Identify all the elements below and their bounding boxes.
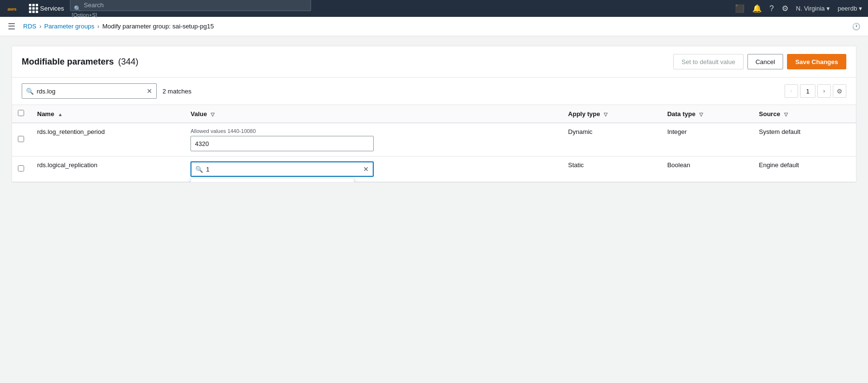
row2-source: Engine default xyxy=(759,161,799,169)
search-shortcut: [Option+S] xyxy=(72,12,97,18)
bell-icon[interactable]: 🔔 xyxy=(752,4,762,13)
select-all-checkbox[interactable] xyxy=(18,110,24,116)
breadcrumb: RDS › Parameter groups › Modify paramete… xyxy=(23,23,214,30)
prev-page-button[interactable]: ‹ xyxy=(785,84,798,98)
clock-icon: 🕐 xyxy=(852,23,860,30)
select-all-header[interactable] xyxy=(12,105,31,123)
row2-checkbox[interactable] xyxy=(18,165,24,172)
data-type-column-header[interactable]: Data type ▽ xyxy=(662,105,753,123)
parameter-search-box[interactable]: 🔍 ✕ xyxy=(22,83,157,99)
row2-data-type-cell: Boolean xyxy=(662,157,753,182)
row1-data-type-cell: Integer xyxy=(662,123,753,157)
pagination-settings-button[interactable]: ⚙ xyxy=(833,84,846,98)
row1-apply-type-cell: Dynamic xyxy=(562,123,662,157)
global-search-input[interactable] xyxy=(70,0,311,11)
dropdown-list: Use: "1" 1 xyxy=(190,178,354,182)
parameters-panel: Modifiable parameters (344) Set to defau… xyxy=(12,46,856,183)
row2-value-cell[interactable]: 🔍 ✕ Use: "1" 1 xyxy=(185,157,562,182)
next-page-button[interactable]: › xyxy=(817,84,831,98)
breadcrumb-parameter-groups[interactable]: Parameter groups xyxy=(44,23,95,30)
row1-value-input[interactable] xyxy=(195,140,369,147)
row2-search-icon: 🔍 xyxy=(195,166,203,173)
table-row: rds.log_retention_period Allowed values … xyxy=(12,123,856,157)
global-search[interactable]: 🔍 [Option+S] xyxy=(70,0,311,18)
services-label: Services xyxy=(40,5,64,12)
panel-header: Modifiable parameters (344) Set to defau… xyxy=(12,46,856,78)
row1-value-cell[interactable]: Allowed values 1440-10080 xyxy=(185,123,562,157)
row1-data-type: Integer xyxy=(667,128,687,135)
search-icon: 🔍 xyxy=(26,88,34,95)
row2-value-input[interactable] xyxy=(206,166,360,173)
name-sort-icon: ▲ xyxy=(58,112,63,117)
row1-name: rds.log_retention_period xyxy=(37,128,105,135)
data-type-column-label: Data type xyxy=(667,110,696,118)
panel-title: Modifiable parameters (344) xyxy=(22,57,138,67)
source-sort-icon: ▽ xyxy=(784,112,788,117)
aws-logo: aws xyxy=(6,3,23,14)
source-column-header[interactable]: Source ▽ xyxy=(753,105,856,123)
breadcrumb-sep-1: › xyxy=(39,23,41,30)
search-icon: 🔍 xyxy=(74,5,81,12)
row2-apply-type-cell: Static xyxy=(562,157,662,182)
row2-data-type: Boolean xyxy=(667,161,691,169)
panel-count: (344) xyxy=(118,57,138,66)
top-navigation: aws Services 🔍 [Option+S] ⬛ 🔔 ? ⚙ N. Vir… xyxy=(0,0,868,17)
apply-type-column-header[interactable]: Apply type ▽ xyxy=(562,105,662,123)
svg-text:aws: aws xyxy=(8,6,17,12)
pagination: ‹ 1 › ⚙ xyxy=(785,84,846,98)
matches-count: 2 matches xyxy=(163,88,191,95)
row2-dropdown-wrapper: 🔍 ✕ Use: "1" 1 xyxy=(190,161,556,177)
row1-checkbox[interactable] xyxy=(18,136,24,142)
parameters-table: Name ▲ Value ▽ Apply type ▽ Data type xyxy=(12,105,856,182)
breadcrumb-current: Modify parameter group: sai-setup-pg15 xyxy=(102,23,214,30)
set-default-button[interactable]: Set to default value xyxy=(673,54,743,69)
breadcrumb-rds[interactable]: RDS xyxy=(23,23,36,30)
name-column-label: Name xyxy=(37,110,54,118)
dropdown-header: Use: "1" xyxy=(191,178,354,182)
row2-value-search-box[interactable]: 🔍 ✕ xyxy=(190,161,374,177)
region-selector[interactable]: N. Virginia ▾ xyxy=(796,5,830,12)
value-column-header[interactable]: Value ▽ xyxy=(185,105,562,123)
row1-apply-type: Dynamic xyxy=(568,128,593,135)
row2-apply-type: Static xyxy=(568,161,584,169)
row1-value-input-wrapper[interactable] xyxy=(190,136,374,151)
help-icon[interactable]: ? xyxy=(770,4,774,13)
nav-right-icons: ⬛ 🔔 ? ⚙ N. Virginia ▾ peerdb ▾ xyxy=(735,4,862,13)
row2-checkbox-cell[interactable] xyxy=(12,157,31,182)
row2-source-cell: Engine default xyxy=(753,157,856,182)
hamburger-menu[interactable]: ☰ xyxy=(8,21,15,32)
apply-type-sort-icon: ▽ xyxy=(604,112,608,117)
row2-clear-button[interactable]: ✕ xyxy=(363,165,369,173)
main-content: Modifiable parameters (344) Set to defau… xyxy=(0,36,868,192)
cancel-button[interactable]: Cancel xyxy=(747,54,783,69)
settings-icon[interactable]: ⚙ xyxy=(782,4,788,13)
row1-checkbox-cell[interactable] xyxy=(12,123,31,157)
table-row: rds.logical_replication 🔍 ✕ Use: " xyxy=(12,157,856,182)
user-menu[interactable]: peerdb ▾ xyxy=(838,5,862,12)
services-menu[interactable]: Services xyxy=(29,4,64,13)
save-changes-button[interactable]: Save Changes xyxy=(787,54,846,69)
row1-source: System default xyxy=(759,128,800,135)
breadcrumb-sep-2: › xyxy=(97,23,99,30)
parameter-search-input[interactable] xyxy=(37,88,144,95)
toolbar: 🔍 ✕ 2 matches ‹ 1 › ⚙ xyxy=(12,78,856,105)
value-sort-icon: ▽ xyxy=(211,112,215,117)
value-column-label: Value xyxy=(190,110,207,118)
row2-name: rds.logical_replication xyxy=(37,161,97,169)
panel-actions: Set to default value Cancel Save Changes xyxy=(673,54,846,69)
row2-name-cell: rds.logical_replication xyxy=(31,157,185,182)
source-column-label: Source xyxy=(759,110,780,118)
grid-icon xyxy=(29,4,38,13)
apply-type-column-label: Apply type xyxy=(568,110,600,118)
row1-allowed-values: Allowed values 1440-10080 xyxy=(190,128,556,134)
cloud-icon[interactable]: ⬛ xyxy=(735,4,745,13)
data-type-sort-icon: ▽ xyxy=(699,112,703,117)
secondary-navigation: ☰ RDS › Parameter groups › Modify parame… xyxy=(0,17,868,36)
search-clear-button[interactable]: ✕ xyxy=(147,87,152,95)
page-number: 1 xyxy=(800,84,815,98)
row1-source-cell: System default xyxy=(753,123,856,157)
name-column-header[interactable]: Name ▲ xyxy=(31,105,185,123)
row1-name-cell: rds.log_retention_period xyxy=(31,123,185,157)
